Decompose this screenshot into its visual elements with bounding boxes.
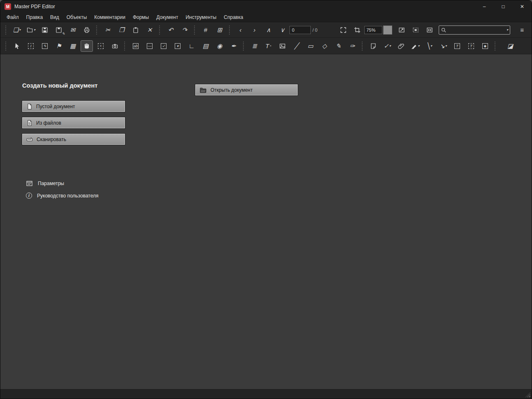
draw-polygon-tool-button[interactable]: ◇: [318, 40, 331, 52]
blank-document-label: Пустой документ: [36, 104, 75, 109]
cut-button[interactable]: ✂: [102, 24, 114, 36]
redo-button[interactable]: ↷: [178, 24, 191, 36]
pencil-tool-button[interactable]: ✎: [332, 40, 345, 52]
form-combo-box-tool-button[interactable]: ▾: [171, 40, 184, 52]
form-table-tool-button[interactable]: ▤: [199, 40, 212, 52]
form-signature-tool-button[interactable]: ✒: [227, 40, 240, 52]
blank-document-button[interactable]: Пустой документ: [22, 101, 125, 112]
zoom-fit-button[interactable]: [396, 24, 408, 36]
copy-button[interactable]: ❐: [116, 24, 128, 36]
menu-bar: Файл Правка Вид Объекты Комментарии Форм…: [0, 13, 532, 22]
zoom-spin-button[interactable]: [383, 26, 392, 35]
callout-tool-button[interactable]: T: [465, 40, 477, 52]
toolbar-handle: [5, 26, 7, 35]
crop-pages-button[interactable]: [351, 24, 363, 36]
scan-button[interactable]: Сканировать: [22, 134, 125, 145]
open-document-button[interactable]: ▾: [25, 24, 37, 36]
menu-comments[interactable]: Комментарии: [90, 13, 129, 21]
main-toolbar: ❏ ▾ ▾ ✎ ✉ ✂ ❐ ✕ ↶ ↷ # ⊞: [0, 22, 532, 38]
draw-rectangle-tool-button[interactable]: ▭: [304, 40, 317, 52]
user-guide-link[interactable]: i Руководство пользователя: [26, 193, 98, 199]
redact-person-tool-button[interactable]: ☻: [479, 40, 491, 52]
sort-flag-tool-button[interactable]: ⚑: [53, 40, 65, 52]
menu-help[interactable]: Справка: [220, 13, 247, 21]
settings-link[interactable]: Параметры: [26, 180, 64, 187]
menu-document[interactable]: Документ: [153, 13, 182, 21]
toolbar-separator: [495, 42, 497, 51]
add-image-tool-button[interactable]: [276, 40, 289, 52]
email-button[interactable]: ✉: [67, 24, 79, 36]
text-select-tool-button[interactable]: I: [25, 40, 37, 52]
fit-page-icon: [340, 27, 347, 33]
menu-edit[interactable]: Правка: [23, 13, 47, 21]
save-as-button[interactable]: ✎: [53, 24, 65, 36]
zoom-visible-button[interactable]: [423, 24, 436, 36]
page-number-input[interactable]: [289, 26, 311, 34]
draw-line-tool-button[interactable]: ╱: [290, 40, 303, 52]
form-button-tool-button[interactable]: —: [143, 40, 156, 52]
close-button[interactable]: ✕: [513, 0, 532, 13]
edit-document-tool-button[interactable]: ✎: [39, 40, 51, 52]
menu-forms[interactable]: Формы: [129, 13, 153, 21]
hand-tool-button[interactable]: [81, 40, 93, 52]
form-list-box-tool-button[interactable]: ∟: [185, 40, 198, 52]
attach-file-tool-button[interactable]: [395, 40, 407, 52]
check-annotation-tool-button[interactable]: ✓▾: [381, 40, 393, 52]
search-field[interactable]: ▾: [439, 26, 510, 35]
scroll-down-button[interactable]: ∨: [276, 24, 289, 36]
previous-page-button[interactable]: ‹: [234, 24, 247, 36]
zoom-selection-button[interactable]: [409, 24, 422, 36]
from-files-label: Из файлов: [36, 120, 61, 126]
text-box-tool-button[interactable]: T: [451, 40, 463, 52]
form-text-field-tool-button[interactable]: ab: [130, 40, 142, 52]
hamburger-icon: ≡: [520, 26, 524, 33]
show-grid-button[interactable]: #: [199, 24, 212, 36]
toolbar-separator: [229, 26, 231, 35]
menu-file[interactable]: Файл: [3, 13, 23, 21]
note-icon: [370, 43, 377, 49]
chevron-down-icon: ▾: [430, 44, 432, 48]
fit-page-button[interactable]: [337, 24, 349, 36]
undo-button[interactable]: ↶: [164, 24, 177, 36]
next-page-button[interactable]: ›: [248, 24, 261, 36]
zoom-level-input[interactable]: [364, 26, 382, 34]
new-document-button[interactable]: ❏ ▾: [11, 24, 23, 36]
arrow-annotation-tool-button[interactable]: ↘▾: [437, 40, 449, 52]
menu-tools[interactable]: Инструменты: [182, 13, 220, 21]
zoom-marquee-tool-button[interactable]: +: [95, 40, 107, 52]
document-canvas: Создать новый документ Открыть документ …: [0, 54, 532, 389]
delete-button[interactable]: ✕: [143, 24, 156, 36]
form-radio-tool-button[interactable]: ◉: [213, 40, 226, 52]
toolbar-separator: [124, 42, 126, 51]
highlighter-icon: [411, 43, 417, 49]
save-button[interactable]: [39, 24, 51, 36]
add-text-tool-button[interactable]: T+: [262, 40, 275, 52]
snapshot-tool-button[interactable]: [109, 40, 121, 52]
minimize-button[interactable]: –: [475, 0, 494, 13]
form-checkbox-tool-button[interactable]: ✓: [157, 40, 170, 52]
from-files-button[interactable]: Из файлов: [22, 117, 125, 128]
stamp-tool-button[interactable]: ✑: [346, 40, 359, 52]
toolbar-overflow-button[interactable]: ≡: [516, 24, 528, 36]
menu-view[interactable]: Вид: [46, 13, 63, 21]
menu-objects[interactable]: Объекты: [63, 13, 91, 21]
select-tool-button[interactable]: [11, 40, 23, 52]
status-bar: [0, 389, 532, 399]
chevron-left-icon: ‹: [240, 26, 242, 33]
search-input[interactable]: [446, 27, 506, 33]
resize-grip[interactable]: [525, 392, 530, 397]
edit-text-tool-button[interactable]: ≣: [248, 40, 261, 52]
snap-to-grid-button[interactable]: ⊞: [213, 24, 226, 36]
form-combo-box-icon: ▾: [175, 43, 180, 49]
print-button[interactable]: [81, 24, 93, 36]
open-document-welcome-button[interactable]: Открыть документ: [195, 84, 298, 95]
pages-panel-button[interactable]: ▦: [67, 40, 79, 52]
scroll-up-button[interactable]: ∧: [262, 24, 275, 36]
sticky-note-tool-button[interactable]: [367, 40, 379, 52]
paste-button[interactable]: [130, 24, 142, 36]
maximize-button[interactable]: □: [494, 0, 513, 13]
chevron-down-icon: ▾: [418, 44, 419, 48]
highlighter-tool-button[interactable]: ▾: [409, 40, 421, 52]
line-annotation-tool-button[interactable]: ╲▾: [423, 40, 435, 52]
eraser-tool-button[interactable]: ◪: [504, 40, 516, 52]
